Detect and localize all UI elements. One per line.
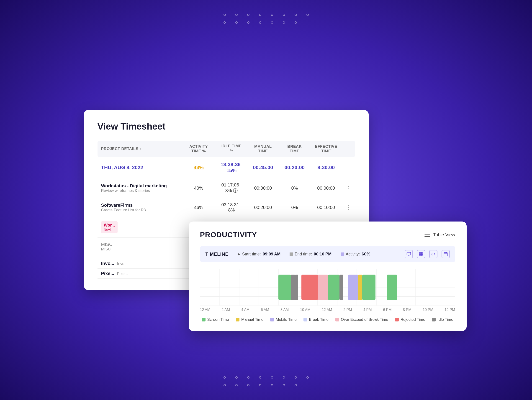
legend-label-mobile: Mobile Time (276, 317, 297, 322)
time-label-2pm: 2 PM (343, 308, 352, 312)
legend-dot-exceed (335, 318, 339, 321)
dot (235, 14, 238, 16)
legend-label-screen: Screen Time (207, 317, 229, 322)
svg-rect-30 (301, 275, 318, 300)
timeline-start: ▶ Start time: 09:09 AM (238, 252, 280, 256)
svg-rect-28 (291, 275, 295, 300)
legend-label-idle: Idle Time (437, 317, 453, 322)
code-icon[interactable] (429, 250, 437, 258)
partial-sub: Revi... (104, 228, 115, 231)
more-menu-button[interactable]: ⋮ (346, 185, 351, 191)
time-label-10pm: 10 PM (423, 308, 433, 312)
menu-line (424, 234, 430, 235)
dot (271, 376, 273, 379)
timesheet-title: View Timesheet (97, 121, 355, 131)
dots-bottom (223, 376, 309, 386)
dot (223, 384, 226, 386)
legend-label-exceed: Over Exceed of Break Time (341, 317, 388, 322)
dot (235, 384, 238, 386)
svg-rect-34 (348, 275, 358, 300)
timeline-activity: Activity: 60% (341, 252, 370, 256)
svg-rect-31 (318, 275, 328, 300)
svg-rect-27 (279, 275, 291, 300)
timeline-end: End time: 06:10 PM (290, 252, 331, 256)
project-name: Workstatus - Digital marketing (101, 183, 178, 188)
manual-pct-2: 0% (279, 198, 310, 217)
play-icon: ▶ (238, 252, 240, 256)
end-value: 06:10 PM (314, 252, 331, 256)
date-summary-row: THU, AUG 8, 2022 43% 13:38:36 15% 00:45:… (97, 157, 355, 178)
table-view-label[interactable]: Table View (433, 232, 455, 238)
svg-rect-32 (328, 275, 340, 300)
manual-cell: 00:00:00 (247, 178, 279, 198)
time-label-8pm: 8 PM (403, 308, 411, 312)
manual-2: 00:20:00 (247, 198, 279, 217)
dot (295, 384, 297, 386)
legend-dot-mobile (270, 318, 274, 321)
time-2: 03:18:31 8% (216, 198, 247, 217)
legend-dot-manual (236, 318, 240, 321)
productivity-header: PRODUCTIVITY Table View (200, 231, 455, 239)
pixel-sub: Pixe... (117, 272, 128, 276)
legend-mobile-time: Mobile Time (270, 317, 297, 322)
dot (259, 14, 261, 16)
calendar-icon[interactable] (442, 250, 450, 258)
invoice-label: Invo... (101, 261, 114, 266)
menu-icon[interactable] (424, 233, 430, 237)
project-sub: Review wireframes & stories (101, 188, 178, 193)
timeline-icons (405, 250, 450, 258)
date-effective: 8:30:00 (317, 165, 335, 170)
table-header-row: PROJECT DETAILS ↑ ACTIVITYTIME % IDLE TI… (97, 141, 355, 157)
misc-label: MISC (101, 242, 178, 247)
legend-idle-time: Idle Time (432, 317, 453, 322)
time-label-10am: 10 AM (300, 308, 310, 312)
time-label-12pm: 12 AM (322, 308, 332, 312)
dot (235, 376, 238, 379)
legend-manual-time: Manual Time (236, 317, 263, 322)
dot (306, 14, 309, 16)
manual-pct-cell: 0% (279, 178, 310, 198)
misc-sub: MISC (101, 247, 178, 252)
dot (259, 21, 261, 24)
time-label-4pm: 4 PM (363, 308, 372, 312)
dot (247, 21, 249, 24)
more-menu-button-2[interactable]: ⋮ (346, 204, 351, 210)
dot (295, 21, 297, 24)
date-idle-pct: 15% (227, 168, 236, 173)
dot (283, 376, 285, 379)
dot (223, 21, 226, 24)
dot (247, 376, 249, 379)
dot (259, 384, 261, 386)
dots-row-b2 (223, 384, 309, 386)
menu-line (424, 236, 430, 237)
time-label-6pm: 6 PM (383, 308, 392, 312)
legend-screen-time: Screen Time (202, 317, 229, 322)
invoice-sub: Invo... (117, 262, 128, 266)
project-name-2: SoftwareFirms (101, 203, 178, 208)
svg-rect-33 (340, 275, 343, 300)
date-activity-pct: 43% (194, 165, 204, 170)
partial-name: Wor... (104, 223, 115, 228)
legend-over-exceed: Over Exceed of Break Time (335, 317, 388, 322)
svg-rect-5 (421, 255, 423, 256)
legend-dot-break (304, 318, 307, 321)
col-header-effective: EFFECTIVETIME (310, 141, 342, 157)
svg-rect-2 (419, 252, 421, 254)
dot (271, 21, 273, 24)
break-2: 00:10:00 (310, 198, 342, 217)
dot (306, 376, 309, 379)
date-time: 13:38:36 (221, 162, 241, 167)
grid-icon[interactable] (417, 250, 425, 258)
time-label-6am: 6 AM (261, 308, 269, 312)
svg-rect-35 (358, 275, 362, 300)
dot (283, 384, 285, 386)
svg-rect-37 (387, 275, 397, 300)
end-label: End time: (295, 252, 312, 256)
table-row: SoftwareFirms Create Feature List for R3… (97, 198, 355, 217)
dots-row-1 (223, 14, 309, 16)
col-header-break: BREAKTIME (279, 141, 310, 157)
dot (223, 14, 226, 16)
legend-rejected-time: Rejected Time (395, 317, 425, 322)
screen-icon[interactable] (405, 250, 413, 258)
chart-svg (200, 269, 455, 306)
